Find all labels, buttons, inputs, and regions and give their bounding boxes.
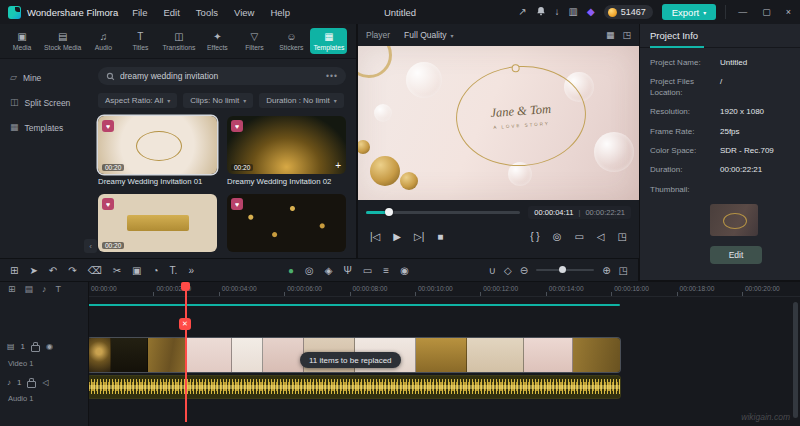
- maximize-button[interactable]: ▢: [759, 7, 774, 17]
- playhead[interactable]: [185, 282, 187, 422]
- menu-item[interactable]: View: [234, 7, 254, 18]
- volume-icon[interactable]: ◁: [597, 232, 605, 242]
- upgrade-diamond-icon[interactable]: ◆: [587, 7, 595, 17]
- tab-stock-media[interactable]: ▤ Stock Media: [41, 28, 84, 54]
- close-button[interactable]: ×: [783, 7, 794, 17]
- motion-track-icon[interactable]: ◉: [400, 265, 409, 276]
- sidebar-item-mine[interactable]: ▱ Mine: [0, 65, 96, 90]
- audio-mixer-icon[interactable]: ≡: [383, 265, 389, 276]
- duration-filter[interactable]: Duration : No limit ▾: [259, 93, 344, 108]
- clips-filter[interactable]: Clips: No limit ▾: [183, 93, 253, 108]
- menu-item[interactable]: Edit: [163, 7, 179, 18]
- tab-stickers[interactable]: ☺ Stickers: [273, 28, 309, 54]
- mark-in-out-icon[interactable]: { }: [530, 232, 539, 242]
- search-input[interactable]: dreamy wedding invitation •••: [98, 67, 346, 85]
- next-frame-icon[interactable]: ▷|: [414, 232, 424, 242]
- notification-bell-icon[interactable]: [536, 6, 546, 18]
- voiceover-icon[interactable]: Ψ: [343, 265, 351, 276]
- fit-timeline-icon[interactable]: ◳: [619, 265, 628, 276]
- delete-icon[interactable]: ⌫: [88, 265, 102, 276]
- pointer-icon[interactable]: ➤: [29, 265, 37, 276]
- video-preview[interactable]: Jane & Tom A LOVE STORY: [358, 46, 639, 200]
- quality-dropdown[interactable]: Full Quality ▾: [404, 30, 454, 40]
- playhead-handle[interactable]: [181, 282, 190, 291]
- template-track-strip[interactable]: [88, 304, 620, 306]
- add-audio-track-icon[interactable]: ♪: [42, 285, 47, 294]
- template-card[interactable]: ♥: [227, 194, 346, 255]
- tab-templates[interactable]: ▦ Templates: [310, 28, 347, 54]
- manage-tracks-icon[interactable]: ⊞: [8, 285, 16, 294]
- favorite-badge[interactable]: ♥: [231, 120, 243, 132]
- keyframe-icon[interactable]: ◇: [504, 265, 512, 276]
- template-card[interactable]: ♥ 00:20: [98, 194, 217, 255]
- favorite-badge[interactable]: ♥: [231, 198, 243, 210]
- template-thumbnail[interactable]: ♥ 00:20: [98, 194, 217, 252]
- template-card[interactable]: ♥ 00:20 + Dreamy Wedding Invitation 02: [227, 116, 346, 186]
- speed-icon[interactable]: ◔: [153, 265, 159, 276]
- menu-item[interactable]: Help: [270, 7, 290, 18]
- tab-audio[interactable]: ♫ Audio: [85, 28, 121, 54]
- workspace-icon[interactable]: ⊞: [10, 265, 18, 276]
- tab-transitions[interactable]: ◫ Transitions: [159, 28, 198, 54]
- lock-icon[interactable]: [31, 345, 40, 352]
- lock-icon[interactable]: [27, 381, 36, 388]
- audio-track-clip[interactable]: [88, 376, 620, 398]
- previous-frame-icon[interactable]: |◁: [370, 232, 380, 242]
- sidebar-item-templates[interactable]: ▦ Templates: [0, 115, 96, 140]
- aspect-ratio-filter[interactable]: Aspect Ratio: All ▾: [98, 93, 177, 108]
- favorite-badge[interactable]: ♥: [102, 120, 114, 132]
- secondary-display-icon[interactable]: ▭: [574, 232, 583, 242]
- redo-icon[interactable]: ↷: [68, 265, 76, 276]
- fullscreen-icon[interactable]: ◳: [618, 232, 627, 242]
- add-text-track-icon[interactable]: T: [56, 285, 62, 294]
- more-tools-icon[interactable]: »: [188, 265, 194, 276]
- crop-icon[interactable]: ▣: [132, 265, 141, 276]
- screen-record-icon[interactable]: ▭: [363, 265, 372, 276]
- playhead-marker[interactable]: ✕: [179, 318, 191, 330]
- add-video-track-icon[interactable]: ▤: [25, 285, 34, 294]
- favorite-badge[interactable]: ♥: [102, 198, 114, 210]
- undo-icon[interactable]: ↶: [49, 265, 57, 276]
- text-tool-icon[interactable]: T.: [170, 265, 178, 276]
- collapse-sidebar-button[interactable]: ‹: [84, 239, 97, 253]
- template-thumbnail[interactable]: ♥ 00:20 +: [227, 116, 346, 174]
- seek-bar[interactable]: [366, 211, 520, 214]
- stop-icon[interactable]: ■: [437, 232, 443, 242]
- search-options-icon[interactable]: •••: [326, 71, 338, 81]
- minimize-button[interactable]: —: [735, 7, 750, 17]
- mask-icon[interactable]: ◈: [325, 265, 333, 276]
- seek-handle[interactable]: [385, 208, 393, 216]
- timeline-zoom-slider[interactable]: [536, 269, 594, 271]
- tab-filters[interactable]: ▽ Filters: [236, 28, 272, 54]
- edit-button[interactable]: Edit: [710, 246, 762, 264]
- timeline-ruler[interactable]: 00:00:0000:00:02:0000:00:04:0000:00:06:0…: [88, 282, 800, 297]
- hide-track-icon[interactable]: ◉: [46, 343, 53, 351]
- add-template-button[interactable]: +: [335, 160, 341, 171]
- zoom-in-icon[interactable]: ⊕: [602, 265, 610, 276]
- snap-icon[interactable]: ∪: [489, 265, 496, 276]
- zoom-out-icon[interactable]: ⊖: [520, 265, 528, 276]
- timeline-scrollbar[interactable]: [793, 302, 798, 418]
- zoom-slider-handle[interactable]: [559, 266, 566, 273]
- split-icon[interactable]: ✂: [113, 265, 121, 276]
- template-thumbnail[interactable]: ♥ 00:20: [98, 116, 217, 174]
- grid-view-icon[interactable]: ▦: [606, 31, 615, 40]
- chroma-key-icon[interactable]: ●: [288, 265, 294, 276]
- snapshot-icon[interactable]: ◎: [553, 232, 562, 242]
- menu-item[interactable]: File: [132, 7, 147, 18]
- layout-icon[interactable]: ▥: [569, 7, 578, 17]
- coin-balance[interactable]: 51467: [604, 5, 653, 19]
- detach-preview-icon[interactable]: ◳: [622, 31, 631, 40]
- menu-item[interactable]: Tools: [196, 7, 218, 18]
- share-icon[interactable]: ↗: [518, 7, 526, 17]
- tab-titles[interactable]: T Titles: [122, 28, 158, 54]
- template-card[interactable]: ♥ 00:20 Dreamy Wedding Invitation 01: [98, 116, 217, 186]
- color-correction-icon[interactable]: ◎: [305, 265, 314, 276]
- sidebar-item-split-screen[interactable]: ◫ Split Screen: [0, 90, 96, 115]
- mute-track-icon[interactable]: ◁: [42, 379, 48, 387]
- template-thumbnail[interactable]: ♥: [227, 194, 346, 252]
- tab-media[interactable]: ▣ Media: [4, 28, 40, 54]
- play-icon[interactable]: ▶: [393, 232, 401, 242]
- export-button[interactable]: Export ▾: [662, 4, 716, 20]
- tab-effects[interactable]: ✦ Effects: [199, 28, 235, 54]
